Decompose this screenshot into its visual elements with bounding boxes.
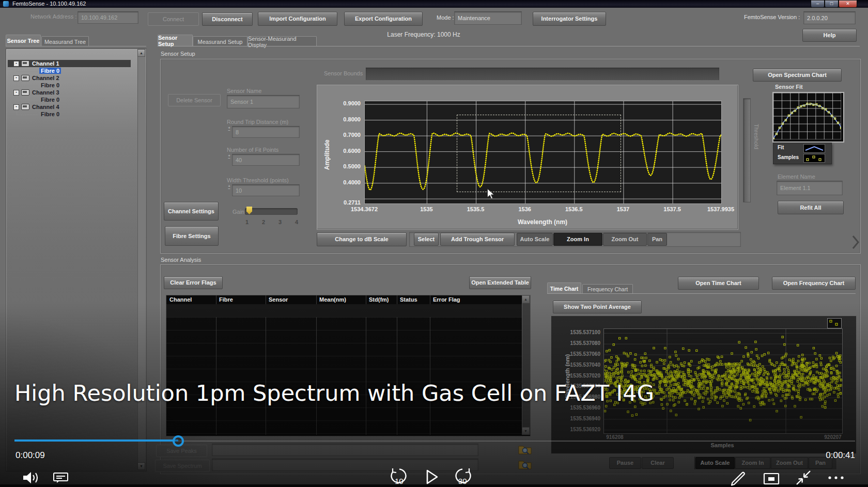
table-row[interactable]	[166, 304, 522, 317]
annotate-pencil-icon[interactable]	[730, 467, 749, 486]
zoom-in-button[interactable]: Zoom In	[553, 233, 602, 246]
play-icon[interactable]	[425, 469, 439, 485]
time-chart-x-axis-title: Samples	[671, 442, 774, 448]
sensor-fit-chart	[772, 92, 844, 143]
change-to-db-button[interactable]: Change to dB Scale	[317, 232, 407, 246]
tab-frequency-chart[interactable]: Frequency Chart	[582, 284, 633, 294]
tab-measurand-setup[interactable]: Measurand Setup	[193, 36, 247, 46]
export-configuration-button[interactable]: Export Configuration	[344, 12, 423, 26]
version-label: FemtoSense Version :	[744, 14, 800, 20]
fibre-settings-button[interactable]: Fibre Settings	[165, 226, 219, 246]
element-name-field[interactable]: Element 1.1	[777, 181, 843, 195]
channel-settings-button[interactable]: Channel Settings	[164, 202, 219, 221]
sensor-name-field[interactable]: Sensor 1	[227, 95, 300, 108]
minimize-button[interactable]: –	[811, 0, 825, 8]
round-trip-field[interactable]: 8	[232, 126, 300, 138]
refit-all-button[interactable]: Refit All	[778, 201, 844, 214]
tab-sensor-setup[interactable]: Sensor Setup	[158, 35, 193, 46]
video-progress-track[interactable]	[178, 441, 855, 442]
close-button[interactable]: ✕	[839, 0, 857, 8]
maximize-button[interactable]: □	[825, 0, 839, 8]
panel-expand-chevron-icon[interactable]	[851, 235, 861, 249]
threshold-slider[interactable]	[743, 98, 751, 202]
browse-folder-icon[interactable]	[518, 443, 532, 455]
y-tick-label: 0.7000	[320, 132, 361, 138]
picture-in-picture-icon[interactable]	[763, 473, 780, 485]
clear-error-flags-button[interactable]: Clear Error Flags	[164, 276, 223, 289]
tree-item-fibre-0-ch2[interactable]: Fibre 0	[41, 82, 59, 89]
tree-item-channel-1[interactable]: - Channel 1	[13, 60, 59, 67]
add-trough-sensor-button[interactable]: Add Trough Sensor	[440, 233, 515, 246]
save-peaks-path-field[interactable]	[212, 444, 478, 456]
column-header: Mean(nm)	[319, 296, 346, 303]
delete-sensor-button[interactable]: Delete Sensor	[168, 94, 221, 106]
exit-fullscreen-icon[interactable]	[795, 468, 813, 486]
collapse-icon[interactable]: -	[13, 75, 19, 81]
captions-icon[interactable]	[53, 472, 69, 484]
open-time-chart-button[interactable]: Open Time Chart	[678, 277, 759, 290]
time-auto-scale-button[interactable]: Auto Scale	[695, 457, 735, 469]
scroll-down-icon[interactable]: ▼	[137, 462, 145, 470]
show-two-point-average-button[interactable]: Show Two Point Average	[553, 301, 642, 313]
analysis-table[interactable]: Channel Fibre Sensor Mean(nm) Std(fm) St…	[166, 295, 531, 436]
spinner-buttons[interactable]: +−	[227, 154, 231, 160]
scroll-down-icon[interactable]: ▼	[522, 427, 530, 435]
mode-label: Mode :	[437, 14, 454, 21]
tree-item-fibre-0-ch3[interactable]: Fibre 0	[41, 96, 59, 103]
gain-slider[interactable]	[245, 208, 298, 215]
collapse-icon[interactable]: -	[13, 104, 19, 110]
auto-scale-button[interactable]: Auto Scale	[517, 233, 553, 246]
sensor-bounds-field[interactable]	[365, 67, 720, 81]
table-scrollbar[interactable]	[522, 295, 530, 435]
forward-30-icon[interactable]: 30	[452, 468, 473, 486]
spinner-buttons[interactable]: +−	[227, 127, 231, 132]
browse-folder-icon[interactable]	[518, 458, 532, 470]
fit-points-field[interactable]: 40	[232, 154, 300, 166]
zoom-selection-box	[457, 115, 621, 192]
tree-item-fibre-0-ch1[interactable]: Fibre 0	[39, 67, 61, 74]
spinner-buttons[interactable]: +−	[227, 185, 231, 190]
clear-button[interactable]: Clear	[642, 457, 674, 469]
save-spectrum-button[interactable]: Save Spectrum	[155, 460, 210, 472]
time-zoom-out-button[interactable]: Zoom Out	[771, 457, 808, 469]
video-progress-played[interactable]	[14, 439, 178, 442]
open-spectrum-chart-button[interactable]: Open Spectrum Chart	[753, 69, 842, 82]
pan-button[interactable]: Pan	[647, 233, 667, 246]
collapse-icon[interactable]: -	[13, 61, 19, 67]
tree-item-channel-4[interactable]: - Channel 4	[13, 103, 59, 111]
spectrum-x-axis-title: Wavelength (nm)	[491, 218, 594, 226]
volume-icon[interactable]	[22, 470, 41, 485]
save-peaks-button[interactable]: Save Peaks	[156, 445, 207, 457]
more-options-icon[interactable]	[828, 476, 846, 480]
tree-item-channel-2[interactable]: - Channel 2	[13, 74, 59, 82]
tree-item-channel-3[interactable]: - Channel 3	[13, 89, 59, 96]
pause-button[interactable]: Pause	[609, 457, 641, 469]
open-frequency-chart-button[interactable]: Open Frequency Chart	[772, 277, 856, 290]
select-tool-button[interactable]: Select	[414, 233, 439, 246]
interrogator-settings-button[interactable]: Interrogator Settings	[533, 12, 606, 26]
tab-sensor-measurand-display[interactable]: Sensor-Measurand Display	[247, 36, 317, 46]
time-chart-legend[interactable]	[827, 318, 842, 328]
collapse-icon[interactable]: -	[13, 90, 19, 96]
channel-icon	[21, 75, 29, 81]
help-button[interactable]: Help	[802, 29, 857, 42]
disconnect-button[interactable]: Disconnect	[202, 12, 253, 26]
import-configuration-button[interactable]: Import Configuration	[258, 12, 337, 26]
zoom-out-button[interactable]: Zoom Out	[603, 233, 647, 246]
network-address-field[interactable]: 10.100.49.162	[78, 11, 138, 24]
gain-tick-2: 2	[262, 219, 265, 225]
tab-time-chart[interactable]: Time Chart	[547, 282, 581, 294]
open-extended-table-button[interactable]: Open Extended Table	[469, 276, 531, 289]
tab-measurand-tree[interactable]: Measurand Tree	[41, 36, 89, 46]
tab-sensor-tree[interactable]: Sensor Tree	[6, 35, 41, 46]
mode-field[interactable]: Maintenance	[454, 11, 522, 25]
tree-scrollbar[interactable]	[137, 49, 146, 470]
video-scrubber[interactable]	[173, 435, 184, 447]
scroll-up-icon[interactable]: ▲	[522, 295, 530, 303]
scroll-up-icon[interactable]: ▲	[137, 49, 145, 57]
tree-item-fibre-0-ch4[interactable]: Fibre 0	[41, 111, 59, 118]
width-threshold-field[interactable]: 10	[232, 184, 300, 196]
connect-button[interactable]: Connect	[148, 12, 199, 26]
rewind-10-icon[interactable]: 10	[389, 468, 410, 486]
y-tick-label: 1535.537020	[553, 373, 600, 379]
